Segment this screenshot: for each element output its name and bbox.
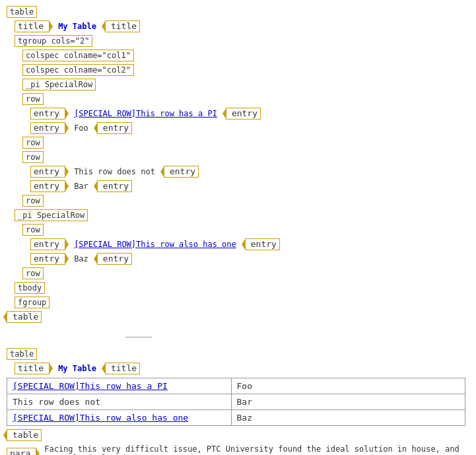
entry3b-content: Baz [74, 254, 88, 263]
tag-title2-open: title [15, 363, 50, 374]
xml-row-table-open: table [7, 5, 469, 18]
rendered-table: [SPECIAL ROW]This row has a PI Foo This … [7, 378, 465, 426]
tag-tbody: tbody [15, 282, 45, 294]
xml-row-tgroup: tgroup cols="2" [15, 34, 469, 48]
xml-row-table-close: table [7, 310, 469, 324]
tag-colspec1: colspec colname="col1" [22, 50, 134, 61]
xml-row-tbody: tbody [15, 281, 469, 295]
xml-row-entry1b: entry Foo entry [30, 122, 469, 135]
xml-tree-section: table title My Table title tgroup cols="… [7, 5, 469, 324]
tag-row6: row [22, 267, 44, 279]
tag-row5: row [22, 224, 44, 236]
tag-colspec2: colspec colname="col2" [22, 64, 134, 76]
xml-row-colspec1: colspec colname="col1" [22, 49, 469, 62]
tag-entry3b-open: entry [30, 253, 65, 265]
tag-title-open: title [15, 20, 50, 32]
tag-fgroup: fgroup [15, 297, 50, 308]
tag-table2-close: table [7, 429, 42, 441]
xml-row-row3: row [22, 151, 469, 164]
xml-row-bottom: para Facing this very difficult issue, P… [7, 444, 469, 455]
cell-text: [SPECIAL ROW]This row has a PI [13, 381, 168, 391]
table-row: [SPECIAL ROW]This row has a PI Foo [7, 378, 465, 394]
table-cell-r1c2: Foo [231, 378, 465, 394]
tag-entry1a-close: entry [226, 108, 261, 120]
table-cell-r3c1: [SPECIAL ROW]This row also has one [7, 410, 232, 426]
xml-row-row6: row [22, 267, 469, 280]
tag-title2-close: title [105, 363, 140, 374]
tag-entry2b-open: entry [30, 180, 65, 192]
tag-title-close: title [105, 20, 140, 32]
tag-entry2a-close: entry [164, 166, 199, 178]
tag-row3: row [22, 151, 44, 163]
tag-entry3b-close: entry [97, 253, 132, 265]
cell-text: This row does not [13, 397, 100, 407]
table-cell-r1c1: [SPECIAL ROW]This row has a PI [7, 378, 232, 394]
tag-tgroup: tgroup cols="2" [15, 35, 92, 47]
tag-entry2b-close: entry [97, 180, 132, 192]
xml-row-entry3a: entry [SPECIAL ROW]This row also has one… [30, 238, 469, 251]
table-section: table title My Table title [SPECIAL ROW]… [7, 347, 469, 455]
tag-pi2: _pi SpecialRow [15, 209, 88, 221]
xml-row-colspec2: colspec colname="col2" [22, 63, 469, 77]
xml-row-fgroup: fgroup [15, 296, 469, 309]
cell-text: [SPECIAL ROW]This row also has one [13, 413, 188, 423]
xml-row-row5: row [22, 223, 469, 236]
cell-text: Baz [237, 413, 252, 423]
xml-row-entry1a: entry [SPECIAL ROW]This row has a PI ent… [30, 107, 469, 120]
xml-row-row4: row [22, 194, 469, 207]
cell-text: Bar [237, 397, 252, 407]
title-text: My Table [58, 22, 96, 31]
main-content: table title My Table title tgroup cols="… [0, 0, 476, 455]
entry1b-content: Foo [74, 123, 88, 133]
cell-text: Foo [237, 381, 252, 391]
xml-row-table2-open: table [7, 347, 469, 361]
xml-row-row1: row [22, 92, 469, 106]
tag-entry1b-close: entry [97, 122, 132, 134]
xml-row-title: title My Table title [15, 20, 469, 33]
tag-pi1: _pi SpecialRow [22, 79, 96, 90]
xml-row-title2: title My Table title [15, 362, 469, 375]
entry1a-content: [SPECIAL ROW]This row has a PI [74, 109, 217, 118]
entry2b-content: Bar [74, 182, 88, 191]
entry2a-content: This row does not [74, 167, 155, 176]
xml-row-entry2b: entry Bar entry [30, 180, 469, 193]
xml-row-row2: row [22, 136, 469, 149]
tag-entry2a-open: entry [30, 166, 65, 178]
xml-row-table2-close: table [7, 429, 469, 442]
tag-entry3a-close: entry [245, 238, 280, 250]
table-cell-r2c2: Bar [231, 394, 465, 410]
tag-row1: row [22, 93, 44, 105]
tag-table-open: table [7, 6, 37, 18]
bottom-paragraph-text: Facing this very difficult issue, PTC Un… [44, 444, 469, 455]
tag-row4: row [22, 195, 44, 207]
table-cell-r3c2: Baz [231, 410, 465, 426]
tag-row2: row [22, 137, 44, 149]
tag-table-close: table [7, 311, 42, 323]
xml-row-pi1: _pi SpecialRow [22, 78, 469, 91]
xml-row-entry3b: entry Baz entry [30, 252, 469, 265]
table-row: This row does not Bar [7, 394, 465, 410]
tag-para-open: para [7, 448, 36, 455]
tag-entry3a-open: entry [30, 238, 65, 250]
table-cell-r2c1: This row does not [7, 394, 232, 410]
title2-text: My Table [58, 364, 96, 373]
xml-row-pi2: _pi SpecialRow [15, 209, 469, 222]
table-row: [SPECIAL ROW]This row also has one Baz [7, 410, 465, 426]
xml-row-entry2a: entry This row does not entry [30, 165, 469, 178]
section-divider [125, 337, 152, 337]
entry3a-content: [SPECIAL ROW]This row also has one [74, 240, 236, 249]
tag-entry1b-open: entry [30, 122, 65, 134]
tag-table2-open: table [7, 348, 37, 360]
tag-entry1a-open: entry [30, 108, 65, 120]
